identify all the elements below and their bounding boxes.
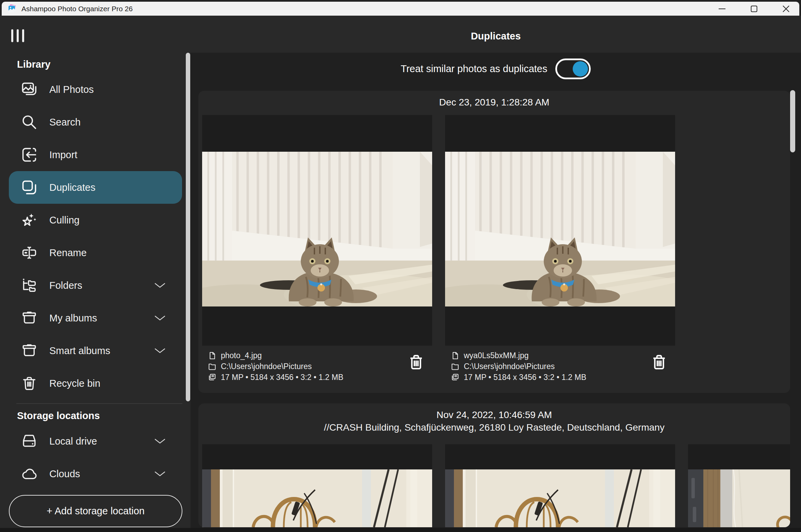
photo-filename: photo_4.jpg xyxy=(221,351,262,360)
cloud-icon xyxy=(20,465,38,483)
duplicate-group: Nov 24, 2022, 10:46:59 AM //CRASH Buildi… xyxy=(198,403,790,527)
cat-photo xyxy=(445,152,675,306)
sidebar-item-culling[interactable]: Culling xyxy=(9,204,182,236)
photo-thumbnail[interactable] xyxy=(688,444,790,527)
rename-icon xyxy=(20,244,38,262)
close-button[interactable] xyxy=(779,2,793,16)
maximize-button[interactable] xyxy=(747,2,761,16)
toggle-knob xyxy=(573,61,588,77)
duplicate-group: Dec 23, 2019, 1:28:28 AM xyxy=(198,91,790,393)
trash-icon xyxy=(20,375,38,392)
sidebar-item-label: Local drive xyxy=(49,436,97,447)
photo-info: photo_4.jpg C:\Users\johndoe\Pictures 17… xyxy=(202,350,432,383)
duplicates-icon xyxy=(20,179,38,196)
chevron-down-icon[interactable] xyxy=(154,282,166,288)
similar-photos-toggle[interactable] xyxy=(555,59,591,79)
sidebar-item-clouds[interactable]: Clouds xyxy=(9,458,182,490)
folder-icon xyxy=(451,362,460,371)
duplicate-photo-card: photo_4.jpg C:\Users\johndoe\Pictures 17… xyxy=(202,115,432,383)
duplicate-photo-card xyxy=(202,444,432,527)
culling-icon xyxy=(20,211,38,229)
sidebar-item-search[interactable]: Search xyxy=(9,106,182,138)
library-section-label: Library xyxy=(17,59,50,70)
chevron-down-icon[interactable] xyxy=(154,471,166,477)
chandelier-photo xyxy=(688,469,790,527)
add-storage-location-button[interactable]: + Add storage location xyxy=(9,495,182,527)
image-specs-icon xyxy=(208,373,217,382)
sidebar-item-folders[interactable]: Folders xyxy=(9,269,182,302)
photo-path: C:\Users\johndoe\Pictures xyxy=(464,362,555,371)
sidebar-scrollbar[interactable] xyxy=(186,53,190,401)
photo-specs: 17 MP • 5184 x 3456 • 3:2 • 1.2 MB xyxy=(464,373,586,382)
file-icon xyxy=(451,351,460,360)
app-window: Ashampoo Photo Organizer Pro 26 Duplicat… xyxy=(0,0,801,532)
similar-toggle-label: Treat similar photos as duplicates xyxy=(401,63,547,74)
sidebar-item-label: Import xyxy=(49,149,77,161)
chandelier-photo xyxy=(445,469,675,527)
folder-icon xyxy=(208,362,217,371)
sidebar-collapse-icon[interactable] xyxy=(11,29,26,42)
albums-icon xyxy=(20,309,38,327)
app-logo-icon xyxy=(7,4,17,14)
sidebar-item-label: Recycle bin xyxy=(49,378,100,389)
sidebar-item-label: Clouds xyxy=(49,468,80,480)
chevron-down-icon[interactable] xyxy=(154,315,166,321)
albums-icon xyxy=(20,342,38,360)
minimize-button[interactable] xyxy=(715,2,729,16)
content-scrollbar[interactable] xyxy=(790,90,795,152)
sidebar-item-duplicates[interactable]: Duplicates xyxy=(9,171,182,204)
sidebar-item-label: Search xyxy=(49,117,81,128)
sidebar-item-rename[interactable]: Rename xyxy=(9,236,182,269)
photo-thumbnail[interactable] xyxy=(202,115,432,346)
cat-photo xyxy=(202,152,432,306)
chevron-down-icon[interactable] xyxy=(154,438,166,444)
image-specs-icon xyxy=(451,373,460,382)
drive-icon xyxy=(20,432,38,450)
sidebar-item-label: All Photos xyxy=(49,84,94,95)
window-controls xyxy=(715,2,793,16)
duplicate-photo-card: wya0Ls5bxMM.jpg C:\Users\johndoe\Picture… xyxy=(445,115,675,383)
file-icon xyxy=(208,351,217,360)
duplicate-photo-card xyxy=(445,444,675,527)
photo-specs: 17 MP • 5184 x 3456 • 3:2 • 1.2 MB xyxy=(221,373,343,382)
sidebar-item-recycle-bin[interactable]: Recycle bin xyxy=(9,367,182,400)
sidebar-item-all-photos[interactable]: All Photos xyxy=(9,73,182,106)
sidebar-divider xyxy=(16,403,182,404)
folders-icon xyxy=(20,277,38,294)
sidebar-item-local-drive[interactable]: Local drive xyxy=(9,425,182,458)
similar-toggle-row: Treat similar photos as duplicates xyxy=(191,59,801,79)
photo-thumbnail[interactable] xyxy=(202,444,432,527)
duplicate-photo-card xyxy=(688,444,790,527)
delete-photo-button[interactable] xyxy=(408,351,424,373)
chevron-down-icon[interactable] xyxy=(154,348,166,354)
sidebar-item-label: Duplicates xyxy=(49,182,95,193)
search-icon xyxy=(20,113,38,131)
sidebar-item-label: Folders xyxy=(49,280,82,291)
photo-path: C:\Users\johndoe\Pictures xyxy=(221,362,312,371)
titlebar: Ashampoo Photo Organizer Pro 26 xyxy=(2,2,799,16)
sidebar-item-import[interactable]: Import xyxy=(9,138,182,171)
group-timestamp: Nov 24, 2022, 10:46:59 AM xyxy=(198,409,790,421)
sidebar-item-label: Culling xyxy=(49,215,80,226)
photo-thumbnail[interactable] xyxy=(445,444,675,527)
sidebar-item-label: Smart albums xyxy=(49,345,110,356)
sidebar-item-label: My albums xyxy=(49,313,97,324)
trash-icon xyxy=(408,351,424,372)
photo-thumbnail[interactable] xyxy=(445,115,675,346)
window-title: Ashampoo Photo Organizer Pro 26 xyxy=(21,5,133,13)
photos-icon xyxy=(20,81,38,98)
group-timestamp: Dec 23, 2019, 1:28:28 AM xyxy=(198,97,790,108)
sidebar-item-my-albums[interactable]: My albums xyxy=(9,302,182,334)
storage-section-label: Storage locations xyxy=(17,410,100,421)
chandelier-photo xyxy=(202,469,432,527)
photo-filename: wya0Ls5bxMM.jpg xyxy=(464,351,528,360)
trash-icon xyxy=(651,351,667,372)
window-bottom-edge xyxy=(0,528,801,532)
delete-photo-button[interactable] xyxy=(651,351,667,373)
group-location: //CRASH Building, Schafjückenweg, 26180 … xyxy=(198,421,790,434)
sidebar-item-smart-albums[interactable]: Smart albums xyxy=(9,334,182,367)
import-icon xyxy=(20,146,38,164)
page-title: Duplicates xyxy=(191,31,801,42)
photo-info: wya0Ls5bxMM.jpg C:\Users\johndoe\Picture… xyxy=(445,350,675,383)
sidebar-item-label: Rename xyxy=(49,247,87,259)
